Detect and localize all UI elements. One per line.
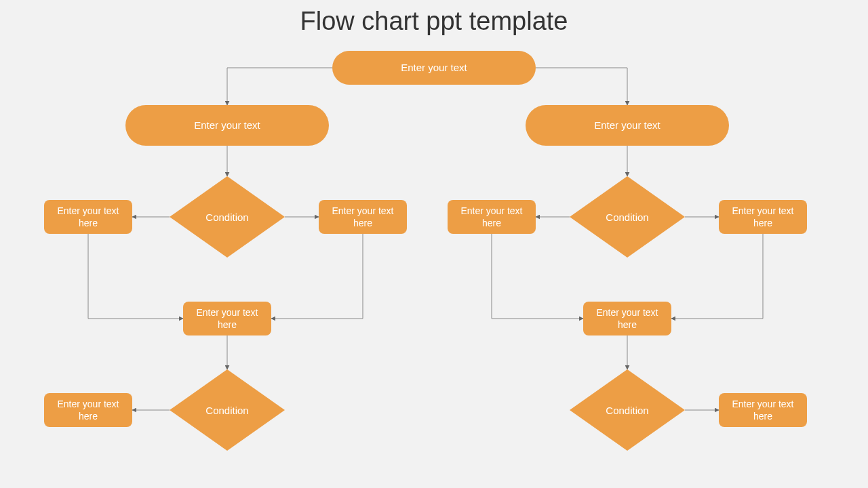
process-right-1a-label: Enter your text here — [450, 205, 533, 229]
process-left-2-label: Enter your text here — [47, 398, 130, 422]
process-right-2: Enter your text here — [719, 393, 807, 427]
merge-left: Enter your text here — [183, 302, 271, 336]
branch-node-right-label: Enter your text — [594, 119, 660, 132]
process-right-1b-label: Enter your text here — [722, 205, 804, 229]
process-left-1b: Enter your text here — [319, 200, 407, 234]
decision-right-2-label: Condition — [606, 405, 648, 416]
process-left-1a: Enter your text here — [44, 200, 132, 234]
branch-node-right: Enter your text — [526, 105, 729, 146]
decision-right-1: Condition — [570, 176, 685, 258]
branch-node-left-label: Enter your text — [194, 119, 260, 132]
merge-right: Enter your text here — [583, 302, 671, 336]
decision-left-1: Condition — [170, 176, 285, 258]
branch-node-left: Enter your text — [125, 105, 329, 146]
process-left-1a-label: Enter your text here — [47, 205, 130, 229]
decision-left-1-label: Condition — [205, 211, 248, 223]
process-right-1b: Enter your text here — [719, 200, 807, 234]
process-left-1b-label: Enter your text here — [321, 205, 404, 229]
process-right-2-label: Enter your text here — [722, 398, 804, 422]
process-right-1a: Enter your text here — [448, 200, 536, 234]
decision-left-2-label: Condition — [205, 405, 248, 416]
start-node-label: Enter your text — [401, 61, 467, 75]
decision-right-1-label: Condition — [606, 211, 648, 223]
merge-left-label: Enter your text here — [186, 306, 269, 331]
decision-right-2: Condition — [570, 369, 685, 451]
process-left-2: Enter your text here — [44, 393, 132, 427]
decision-left-2: Condition — [170, 369, 285, 451]
start-node: Enter your text — [332, 51, 536, 85]
merge-right-label: Enter your text here — [586, 306, 669, 331]
